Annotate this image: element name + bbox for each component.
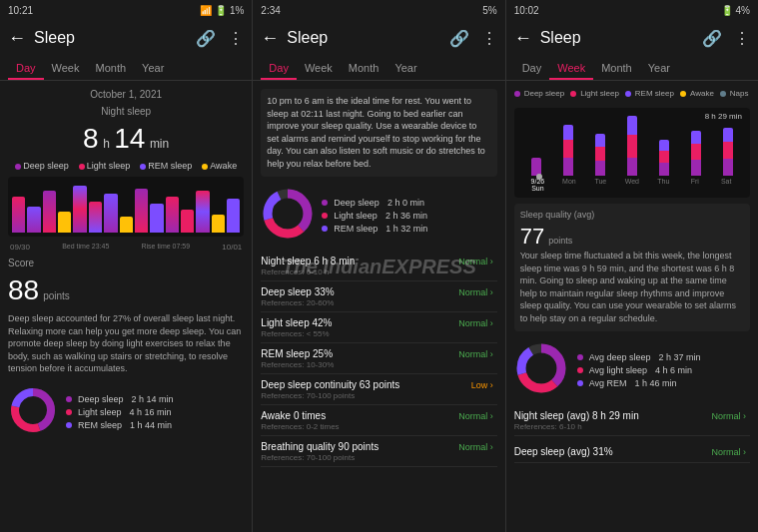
legend-deep-1: Deep sleep [15, 161, 69, 171]
tab-day-3[interactable]: Day [514, 56, 550, 80]
sleep-minutes-1: 14 [114, 123, 145, 154]
tab-day-1[interactable]: Day [8, 56, 44, 80]
min-unit-1: min [150, 137, 169, 151]
tab-month-1[interactable]: Month [87, 56, 134, 80]
metric-ref-night: References: 6-10 h [261, 267, 496, 276]
metric-name-light: Light sleep 42% [261, 317, 332, 328]
metric-name-deep: Deep sleep 33% [261, 286, 334, 297]
more-icon-1[interactable]: ⋮ [228, 29, 244, 48]
tab-month-2[interactable]: Month [341, 56, 387, 80]
tab-week-2[interactable]: Week [297, 56, 341, 80]
status-time-1: 10:21 [8, 5, 33, 16]
legend-1: Deep sleep Light sleep REM sleep Awake [8, 161, 244, 171]
donut-row-3: Avg deep sleep2 h 37 min Avg light sleep… [514, 341, 750, 400]
metric-deep-avg-name-3: Deep sleep (avg) 31% [514, 446, 613, 457]
donut-row-2: Deep sleep2 h 0 min Light sleep2 h 36 mi… [261, 187, 496, 246]
metric-breathing[interactable]: Breathing quality 90 points Normal › Ref… [261, 437, 496, 467]
leg-rem-3: REM sleep [635, 89, 674, 98]
legend-light-1: Light sleep [79, 161, 131, 171]
metric-ref-awake: References: 0-2 times [261, 422, 496, 431]
stat-light-1: Light sleep [78, 407, 122, 417]
sleep-stats-3: Avg deep sleep2 h 37 min Avg light sleep… [577, 352, 701, 388]
metric-status-continuity: Low › [467, 379, 497, 391]
stat-light-val-1: 4 h 16 min [130, 407, 172, 417]
status-time-2: 2:34 [261, 5, 280, 16]
back-button-1[interactable]: ← [8, 28, 26, 49]
metric-night-avg-3[interactable]: Night sleep (avg) 8 h 29 min Normal › Re… [514, 406, 750, 436]
metric-status-breathing: Normal › [454, 441, 497, 453]
more-icon-2[interactable]: ⋮ [481, 29, 497, 48]
tab-year-2[interactable]: Year [386, 56, 424, 80]
metric-rem-sleep[interactable]: REM sleep 25% Normal › References: 10-30… [261, 344, 496, 374]
metric-deep-avg-3[interactable]: Deep sleep (avg) 31% Normal › [514, 442, 750, 463]
week-max-label-3: 8 h 29 min [705, 112, 742, 121]
tab-week-3[interactable]: Week [549, 56, 593, 80]
metric-deep-continuity[interactable]: Deep sleep continuity 63 points Low › Re… [261, 375, 496, 405]
donut-row-1: Deep sleep2 h 14 min Light sleep4 h 16 m… [8, 385, 244, 439]
metric-ref-continuity: References: 70-100 points [261, 391, 496, 400]
metric-light-sleep[interactable]: Light sleep 42% Normal › References: < 5… [261, 313, 496, 343]
donut-3 [514, 341, 569, 400]
date-label-1: October 1, 2021 [8, 89, 244, 100]
sleep-type-1: Night sleep [8, 106, 244, 117]
quality-score-3: 77 [520, 224, 544, 250]
stat-rem-val-3: 1 h 46 min [635, 378, 677, 388]
top-icons-2: 🔗 ⋮ [449, 29, 497, 48]
status-time-3: 10:02 [514, 5, 539, 16]
score-num-1: 88 [8, 274, 39, 306]
metric-status-night: Normal › [454, 256, 497, 267]
more-icon-3[interactable]: ⋮ [734, 29, 750, 48]
tab-year-1[interactable]: Year [134, 56, 172, 80]
metric-ref-deep: References: 20-60% [261, 298, 496, 307]
page-title-2: Sleep [287, 29, 448, 47]
metric-ref-light: References: < 55% [261, 329, 496, 338]
page-title-3: Sleep [540, 29, 702, 47]
stat-deep-val-2: 2 h 0 min [387, 198, 424, 208]
battery-2: 5% [482, 5, 496, 16]
metric-deep-sleep[interactable]: Deep sleep 33% Normal › References: 20-6… [261, 282, 496, 312]
stat-deep-val-1: 2 h 14 min [132, 394, 174, 404]
link-icon-2[interactable]: 🔗 [449, 29, 469, 48]
battery-3: 🔋 4% [721, 5, 750, 16]
metric-name-awake: Awake 0 times [261, 410, 326, 421]
leg-naps-3: Naps [730, 89, 749, 98]
metric-status-rem: Normal › [454, 348, 497, 360]
date-range-1: 09/30 Bed time 23:45 Rise time 07:59 10/… [8, 243, 244, 252]
metric-night-avg-status-3: Normal › [707, 410, 750, 422]
quality-desc-3: Your sleep time fluctuated a bit this we… [520, 250, 744, 325]
tab-month-3[interactable]: Month [593, 56, 640, 80]
battery-1: 1% [230, 5, 244, 16]
stat-light-2: Light sleep [334, 211, 378, 221]
score-label-1: Score [8, 258, 34, 268]
hours-unit-1: h [103, 137, 110, 151]
content-2: 10 pm to 6 am is the ideal time for rest… [253, 81, 504, 532]
metric-awake[interactable]: Awake 0 times Normal › References: 0-2 t… [261, 406, 496, 436]
quality-title-3: Sleep quality (avg) [520, 210, 595, 220]
metric-status-deep: Normal › [454, 286, 497, 298]
link-icon-3[interactable]: 🔗 [702, 29, 722, 48]
quality-unit-3: points [548, 236, 572, 246]
status-bar-3: 10:02 🔋 4% [506, 0, 758, 20]
metric-name-breathing: Breathing quality 90 points [261, 441, 379, 452]
sleep-stats-2: Deep sleep2 h 0 min Light sleep2 h 36 mi… [322, 198, 427, 234]
page-title-1: Sleep [34, 29, 196, 47]
score-display-1: 88 points [8, 274, 244, 306]
tab-year-3[interactable]: Year [640, 56, 678, 80]
status-bar-1: 10:21 📶 🔋 1% [0, 0, 252, 20]
score-section-1: Score [8, 258, 244, 268]
back-button-3[interactable]: ← [514, 28, 532, 49]
tab-bar-1: Day Week Month Year [0, 56, 252, 81]
tab-bar-2: Day Week Month Year [253, 56, 504, 81]
date-end-1: 10/01 [222, 243, 242, 252]
metric-list-2: Night sleep 6 h 8 min Normal › Reference… [261, 252, 496, 467]
sleep-stats-1: Deep sleep2 h 14 min Light sleep4 h 16 m… [66, 394, 174, 430]
stat-light-val-3: 4 h 6 min [655, 365, 692, 375]
back-button-2[interactable]: ← [261, 28, 279, 49]
metric-night-avg-ref-3: References: 6-10 h [514, 422, 750, 431]
top-icons-3: 🔗 ⋮ [702, 29, 750, 48]
legend-awake-1: Awake [202, 161, 237, 171]
link-icon-1[interactable]: 🔗 [196, 29, 216, 48]
tab-day-2[interactable]: Day [261, 56, 297, 80]
metric-night-sleep[interactable]: Night sleep 6 h 8 min Normal › Reference… [261, 252, 496, 281]
tab-week-1[interactable]: Week [44, 56, 88, 80]
